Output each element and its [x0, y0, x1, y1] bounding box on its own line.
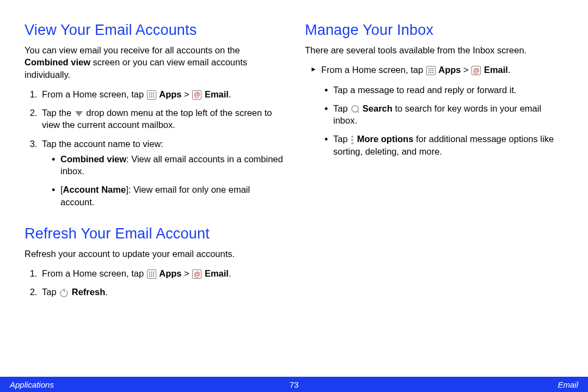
step-item: Tap the drop down menu at the top left o…: [40, 107, 283, 131]
step-item: From a Home screen, tap Apps > Email.: [40, 267, 283, 279]
section-refresh: Refresh Your Email Account Refresh your …: [24, 225, 283, 298]
bold-email: Email: [205, 89, 229, 99]
footer-page-number: 73: [290, 380, 299, 389]
step-block: From a Home screen, tap Apps > Email. Ta…: [310, 64, 564, 157]
left-column: View Your Email Accounts You can view em…: [24, 22, 283, 316]
footer-right: Email: [558, 380, 578, 389]
text: Tap: [333, 103, 350, 113]
bold-apps: Apps: [159, 268, 181, 278]
bold-email: Email: [484, 65, 508, 75]
text: >: [182, 268, 192, 278]
steps-refresh: From a Home screen, tap Apps > Email. Ta…: [24, 267, 283, 298]
bullet-item: Tap a message to read and reply or forwa…: [324, 84, 564, 96]
bold-email: Email: [205, 268, 229, 278]
intro-refresh: Refresh your account to update your emai…: [24, 248, 283, 260]
bold-combined-view: Combined view: [60, 154, 126, 164]
text: .: [229, 268, 231, 278]
bold-combined-view: Combined view: [24, 57, 90, 67]
text: >: [182, 89, 192, 99]
page-footer: Applications 73 Email: [0, 377, 588, 392]
footer-left: Applications: [10, 380, 54, 389]
bullet-item: Tap Search to search for key words in yo…: [324, 102, 564, 127]
text: From a Home screen, tap: [42, 89, 146, 99]
text: From a Home screen, tap: [42, 268, 146, 278]
step-item: From a Home screen, tap Apps > Email.: [40, 88, 283, 100]
bullet-item: Tap More options for additional message …: [324, 133, 564, 157]
text: From a Home screen, tap: [321, 65, 426, 75]
text: .: [229, 89, 231, 99]
intro-view-accounts: You can view email you receive for all a…: [24, 44, 283, 81]
text: Tap the: [42, 108, 74, 118]
bold-apps: Apps: [438, 65, 461, 75]
text: You can view email you receive for all a…: [24, 45, 240, 55]
heading-manage-inbox: Manage Your Inbox: [305, 22, 564, 39]
bold-search: Search: [363, 103, 393, 113]
section-manage-inbox: Manage Your Inbox There are several tool…: [305, 22, 564, 157]
content-columns: View Your Email Accounts You can view em…: [24, 22, 564, 316]
manual-page: View Your Email Accounts You can view em…: [0, 0, 588, 392]
text: Tap a message to read and reply or forwa…: [333, 85, 517, 95]
text: .: [105, 287, 108, 297]
intro-manage-inbox: There are several tools available from t…: [305, 44, 564, 56]
heading-refresh: Refresh Your Email Account: [24, 225, 283, 242]
apps-icon: [426, 66, 436, 75]
text: Tap: [42, 287, 59, 297]
text: Tap the account name to view:: [42, 139, 163, 149]
search-icon: [351, 105, 359, 113]
refresh-icon: [60, 289, 68, 297]
bold-more-options: More options: [357, 134, 414, 144]
section-view-accounts: View Your Email Accounts You can view em…: [24, 22, 283, 208]
inbox-bullets: Tap a message to read and reply or forwa…: [321, 84, 564, 157]
step-item: Tap Refresh.: [40, 286, 283, 298]
email-icon: [471, 66, 481, 75]
steps-view-accounts: From a Home screen, tap Apps > Email. Ta…: [24, 88, 283, 208]
bold-refresh: Refresh: [72, 287, 105, 297]
right-column: Manage Your Inbox There are several tool…: [305, 22, 564, 316]
text: .: [508, 65, 511, 75]
email-icon: [192, 90, 201, 100]
dropdown-icon: [75, 111, 83, 117]
step-item: Tap the account name to view: Combined v…: [40, 138, 283, 208]
text: >: [461, 65, 471, 75]
bold-apps: Apps: [159, 89, 181, 99]
email-icon: [192, 270, 201, 279]
more-options-icon: [351, 136, 353, 144]
bold-account-name: Account Name: [63, 185, 126, 194]
apps-icon: [147, 90, 156, 100]
text: Tap: [333, 134, 350, 144]
bullet-item: [Account Name]: View email for only one …: [52, 183, 283, 208]
sub-bullets: Combined view: View all email accounts i…: [42, 153, 283, 208]
heading-view-accounts: View Your Email Accounts: [24, 22, 283, 39]
bullet-item: Combined view: View all email accounts i…: [52, 153, 283, 177]
apps-icon: [147, 270, 156, 279]
